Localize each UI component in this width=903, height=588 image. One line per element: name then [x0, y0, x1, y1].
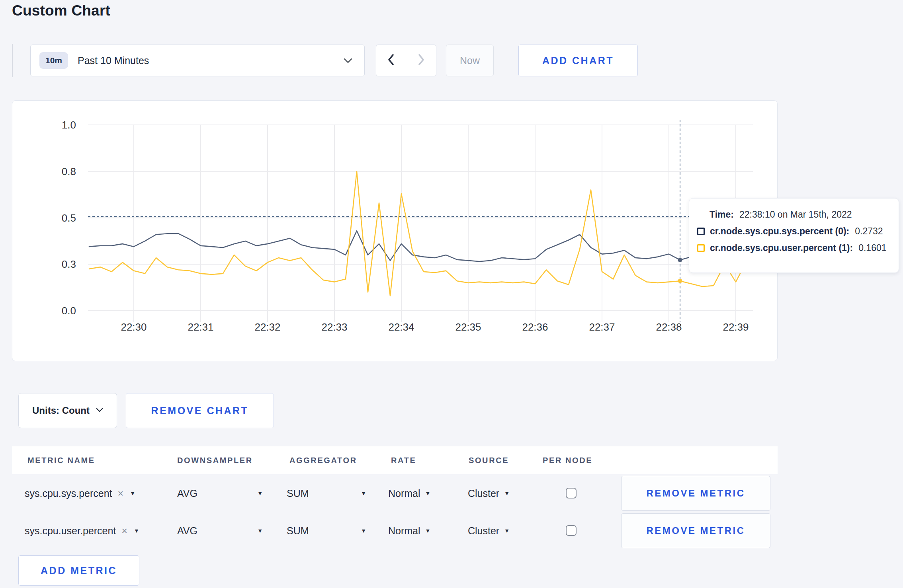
svg-text:0.8: 0.8: [62, 165, 76, 177]
time-range-label: Past 10 Minutes: [78, 55, 149, 66]
prev-timespan-button[interactable]: [376, 45, 406, 76]
header-downsampler: DOWNSAMPLER: [177, 456, 253, 465]
time-pager: [376, 45, 436, 76]
downsampler-select[interactable]: AVG ▼: [177, 475, 263, 512]
rate-value: Normal: [388, 525, 420, 537]
svg-text:22:34: 22:34: [388, 321, 414, 333]
dropdown-caret-icon: ▼: [504, 490, 510, 496]
header-source: SOURCE: [469, 456, 509, 465]
custom-chart-page: Custom Chart 10m Past 10 Minutes Now ADD…: [0, 0, 903, 588]
tooltip-user-metric-name: cr.node.sys.cpu.user.percent (1):: [710, 243, 853, 253]
metric-row-sys: sys.cpu.sys.percent × ▼ AVG ▼ SUM ▼ Norm…: [12, 475, 778, 512]
remove-metric-button[interactable]: REMOVE METRIC: [621, 476, 770, 511]
units-select[interactable]: Units: Count: [18, 393, 117, 428]
metrics-table-header: METRIC NAME DOWNSAMPLER AGGREGATOR RATE …: [12, 446, 778, 474]
chevron-left-icon: [387, 53, 395, 68]
svg-text:22:35: 22:35: [455, 321, 481, 333]
downsampler-value: AVG: [177, 525, 197, 537]
header-rate: RATE: [391, 456, 416, 465]
now-button[interactable]: Now: [446, 45, 494, 76]
add-metric-button[interactable]: ADD METRIC: [18, 555, 139, 586]
metric-name-select[interactable]: sys.cpu.user.percent × ▼: [25, 512, 139, 549]
dropdown-caret-icon: ▼: [425, 528, 431, 534]
downsampler-select[interactable]: AVG ▼: [177, 512, 263, 549]
metric-name-value: sys.cpu.sys.percent: [25, 488, 112, 499]
dropdown-caret-icon: ▼: [257, 490, 263, 496]
svg-text:0.3: 0.3: [62, 258, 76, 270]
svg-text:22:36: 22:36: [522, 321, 548, 333]
per-node-checkbox[interactable]: [566, 525, 577, 536]
units-label: Units: Count: [32, 405, 90, 416]
aggregator-value: SUM: [287, 488, 309, 499]
clear-metric-icon[interactable]: ×: [118, 488, 124, 499]
per-node-checkbox[interactable]: [566, 488, 577, 498]
toolbar-divider: [12, 44, 13, 77]
add-chart-button[interactable]: ADD CHART: [518, 45, 638, 76]
rate-value: Normal: [388, 488, 420, 499]
dropdown-caret-icon: ▼: [361, 490, 366, 496]
user-series-swatch-icon: [697, 244, 705, 252]
remove-chart-button[interactable]: REMOVE CHART: [126, 393, 274, 428]
next-timespan-button[interactable]: [406, 45, 436, 76]
svg-text:22:39: 22:39: [723, 321, 749, 333]
timeseries-chart[interactable]: 0.00.30.50.81.022:3022:3122:3222:3322:34…: [12, 101, 777, 361]
svg-text:1.0: 1.0: [62, 119, 76, 131]
svg-text:22:38: 22:38: [656, 321, 682, 333]
tooltip-sys-metric-value: 0.2732: [855, 226, 883, 237]
aggregator-select[interactable]: SUM ▼: [287, 475, 366, 512]
chevron-right-icon: [417, 53, 426, 68]
source-select[interactable]: Cluster ▼: [468, 512, 510, 549]
dropdown-caret-icon: ▼: [361, 528, 366, 534]
metric-name-value: sys.cpu.user.percent: [25, 525, 116, 537]
svg-text:22:37: 22:37: [589, 321, 615, 333]
dropdown-caret-icon: ▼: [257, 528, 263, 534]
header-per-node: PER NODE: [543, 456, 592, 465]
sys-series-swatch-icon: [697, 228, 705, 235]
chart-tooltip: Time: 22:38:10 on Mar 15th, 2022 cr.node…: [689, 198, 899, 273]
source-select[interactable]: Cluster ▼: [468, 475, 510, 512]
metric-name-select[interactable]: sys.cpu.sys.percent × ▼: [25, 475, 135, 512]
dropdown-caret-icon: ▼: [134, 528, 139, 534]
time-range-badge: 10m: [39, 52, 68, 69]
aggregator-value: SUM: [287, 525, 309, 537]
dropdown-caret-icon: ▼: [504, 528, 510, 534]
downsampler-value: AVG: [177, 488, 197, 499]
page-title: Custom Chart: [12, 2, 110, 19]
source-value: Cluster: [468, 525, 499, 537]
svg-text:0.0: 0.0: [62, 305, 76, 317]
clear-metric-icon[interactable]: ×: [121, 525, 127, 537]
remove-metric-button[interactable]: REMOVE METRIC: [621, 513, 770, 548]
svg-text:22:33: 22:33: [321, 321, 347, 333]
chevron-down-icon: [344, 58, 352, 65]
header-aggregator: AGGREGATOR: [289, 456, 357, 465]
svg-text:22:30: 22:30: [121, 321, 147, 333]
svg-text:22:31: 22:31: [188, 321, 213, 333]
dropdown-caret-icon: ▼: [425, 490, 431, 496]
tooltip-user-metric-value: 0.1601: [858, 243, 886, 253]
tooltip-sys-metric-name: cr.node.sys.cpu.sys.percent (0):: [710, 226, 849, 237]
header-metric-name: METRIC NAME: [27, 456, 95, 465]
dropdown-caret-icon: ▼: [130, 490, 135, 496]
metric-row-user: sys.cpu.user.percent × ▼ AVG ▼ SUM ▼ Nor…: [12, 512, 778, 549]
rate-select[interactable]: Normal ▼: [388, 512, 430, 549]
svg-text:0.5: 0.5: [62, 212, 76, 224]
tooltip-time-value: 22:38:10 on Mar 15th, 2022: [739, 209, 852, 220]
svg-text:22:32: 22:32: [254, 321, 280, 333]
source-value: Cluster: [468, 488, 499, 499]
tooltip-time-label: Time:: [710, 209, 734, 220]
time-range-select[interactable]: 10m Past 10 Minutes: [30, 45, 365, 76]
chart-card[interactable]: 0.00.30.50.81.022:3022:3122:3222:3322:34…: [12, 100, 778, 361]
rate-select[interactable]: Normal ▼: [388, 475, 430, 512]
aggregator-select[interactable]: SUM ▼: [287, 512, 366, 549]
chevron-down-icon: [96, 407, 103, 414]
